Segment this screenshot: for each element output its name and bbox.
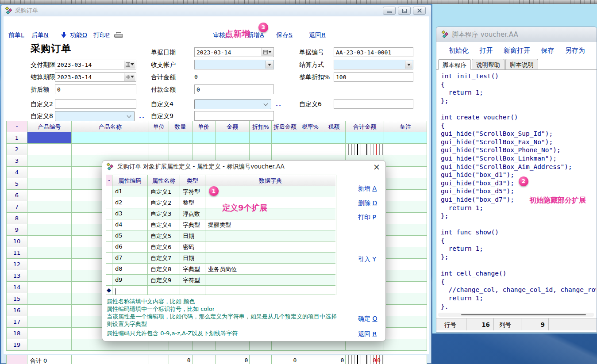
- custom8-combobox[interactable]: [55, 111, 135, 121]
- grid-cell[interactable]: 自定义3: [148, 208, 180, 219]
- row-number[interactable]: 16: [7, 305, 27, 316]
- grid-cell[interactable]: 日期: [180, 230, 205, 241]
- row-number[interactable]: 2: [7, 144, 27, 155]
- grid-cell[interactable]: [27, 144, 72, 155]
- grid-cell[interactable]: 密码: [180, 241, 205, 253]
- whole-discount-input[interactable]: 100: [334, 72, 413, 82]
- grid-cell[interactable]: d2: [112, 197, 148, 208]
- settle-date-input[interactable]: 2023-03-14: [55, 72, 136, 82]
- grid-cell[interactable]: [27, 316, 72, 328]
- custom2-input[interactable]: [55, 99, 136, 109]
- dialog-delete-button[interactable]: 删除 D: [358, 199, 377, 207]
- grid-cell[interactable]: [112, 286, 148, 295]
- payment-amount-input[interactable]: 0: [194, 84, 274, 94]
- row-number[interactable]: 6: [7, 190, 27, 201]
- calendar-dropdown-icon[interactable]: [124, 73, 135, 81]
- grid-cell[interactable]: 字符型: [180, 186, 205, 197]
- row-number[interactable]: 19: [7, 339, 27, 351]
- column-header[interactable]: 金额: [216, 121, 250, 132]
- code-editor[interactable]: int init_test() { return 1; }; int creat…: [437, 70, 596, 311]
- column-header[interactable]: 折后金额: [272, 121, 298, 132]
- grid-cell[interactable]: 自定义9: [148, 275, 180, 286]
- grid-cell[interactable]: [384, 328, 427, 339]
- column-header[interactable]: 税率%: [298, 121, 322, 132]
- window-titlebar[interactable]: 采购订单: [1, 5, 431, 16]
- row-number[interactable]: 4: [7, 167, 27, 178]
- grid-cell[interactable]: [346, 132, 384, 144]
- row-number[interactable]: 18: [7, 328, 27, 339]
- settle-method-combobox[interactable]: [334, 60, 413, 69]
- prev-doc-button[interactable]: 前单L: [8, 31, 24, 39]
- grid-cell[interactable]: [384, 305, 427, 316]
- grid-cell[interactable]: [298, 144, 322, 155]
- grid-cell[interactable]: 自定义5: [148, 230, 180, 241]
- grid-cell[interactable]: [384, 339, 427, 351]
- grid-cell[interactable]: [169, 144, 193, 155]
- row-number[interactable]: 11: [7, 247, 27, 259]
- tab-description[interactable]: 脚本说明: [505, 59, 538, 69]
- grid-cell[interactable]: [27, 132, 72, 144]
- script-window-titlebar[interactable]: 脚本程序 voucher.AA: [436, 27, 597, 42]
- dialog-titlebar[interactable]: 采购订单 对象扩展属性定义 - 属性定义 - 标识编号voucher.AA: [102, 161, 385, 173]
- dialog-import-button[interactable]: 引入 Y: [358, 256, 376, 264]
- row-number[interactable]: 7: [7, 201, 27, 213]
- grid-cell[interactable]: [27, 270, 72, 282]
- grid-cell[interactable]: [384, 190, 427, 201]
- column-header[interactable]: 单价: [193, 121, 216, 132]
- grid-cell[interactable]: [27, 224, 72, 236]
- grid-cell[interactable]: [298, 132, 322, 144]
- doc-no-input[interactable]: AA-23-03-14-0001: [334, 47, 413, 57]
- grid-cell[interactable]: [27, 167, 72, 178]
- discounted-amount-input[interactable]: 0: [55, 84, 136, 94]
- dialog-print-button[interactable]: 打印 P: [358, 214, 376, 222]
- dialog-close-icon[interactable]: ×: [373, 162, 380, 172]
- next-doc-button[interactable]: 后单N: [31, 31, 48, 39]
- row-marker[interactable]: [106, 186, 112, 197]
- dialog-add-button[interactable]: 新增 A: [358, 185, 377, 193]
- custom8-more-button[interactable]: ..: [139, 113, 145, 119]
- grid-cell[interactable]: [205, 253, 335, 264]
- grid-cell[interactable]: 自定义1: [148, 186, 180, 197]
- grid-cell[interactable]: [384, 293, 427, 305]
- grid-cell[interactable]: [322, 144, 346, 155]
- grid-cell[interactable]: [205, 275, 335, 286]
- custom4-more-button[interactable]: ..: [276, 101, 282, 107]
- row-marker[interactable]: [106, 241, 112, 253]
- grid-cell[interactable]: 整型: [180, 197, 205, 208]
- custom6-input[interactable]: [334, 99, 413, 109]
- column-header[interactable]: 产品名称: [72, 121, 149, 132]
- return-button[interactable]: 返回R: [309, 31, 326, 39]
- grid-cell[interactable]: d4: [112, 219, 148, 230]
- column-header[interactable]: -: [106, 175, 112, 186]
- grid-cell[interactable]: d9: [112, 275, 148, 286]
- grid-cell[interactable]: [384, 201, 427, 213]
- grid-cell[interactable]: [384, 132, 427, 144]
- grid-cell[interactable]: 浮点数: [180, 208, 205, 219]
- tab-help[interactable]: 说明帮助: [472, 59, 505, 69]
- grid-cell[interactable]: [250, 132, 272, 144]
- grid-cell[interactable]: 自定义8: [148, 264, 180, 275]
- grid-cell[interactable]: [272, 132, 298, 144]
- save-as-button[interactable]: 另存为: [565, 46, 585, 57]
- grid-cell[interactable]: [149, 144, 169, 155]
- grid-cell[interactable]: [205, 241, 335, 253]
- row-marker[interactable]: [106, 219, 112, 230]
- grid-cell[interactable]: [27, 247, 72, 259]
- dialog-ok-button[interactable]: 确定 O: [358, 315, 377, 323]
- column-header[interactable]: 属性名称: [148, 175, 180, 186]
- grid-cell[interactable]: [384, 282, 427, 293]
- printer-icon[interactable]: [114, 32, 123, 38]
- grid-cell[interactable]: [384, 224, 427, 236]
- print-button[interactable]: 打印P: [93, 31, 109, 39]
- row-number[interactable]: 9: [7, 224, 27, 236]
- dropdown-arrow-icon[interactable]: [266, 61, 273, 69]
- grid-cell[interactable]: [193, 144, 216, 155]
- save-button[interactable]: 保存S: [276, 31, 293, 39]
- grid-cell[interactable]: d7: [112, 253, 148, 264]
- column-header[interactable]: 数量: [169, 121, 193, 132]
- grid-cell[interactable]: [384, 167, 427, 178]
- grid-cell[interactable]: [27, 305, 72, 316]
- column-header[interactable]: 单位: [149, 121, 169, 132]
- grid-cell[interactable]: [346, 144, 384, 155]
- row-marker[interactable]: [106, 264, 112, 275]
